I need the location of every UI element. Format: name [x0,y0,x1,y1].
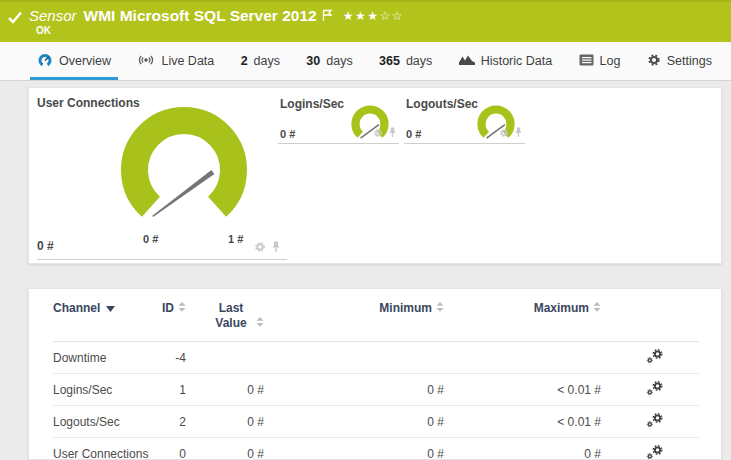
channel-maximum: < 0.01 # [444,374,601,406]
tab-365-days[interactable]: 365 days [372,42,439,80]
channel-last-value: 0 # [186,438,264,460]
gauge-pin-icon[interactable] [271,239,281,257]
channel-id: 0 [153,438,186,460]
column-header-id-label: ID [162,301,174,315]
channel-table-panel: Channel ID Last Value Minimum Maximum [28,288,722,460]
column-header-last-value[interactable]: Last Value [186,289,264,342]
channel-last-value: 0 # [186,374,264,406]
sort-desc-icon [106,301,115,315]
table-row: Downtime -4 [53,342,699,374]
table-header-row: Channel ID Last Value Minimum Maximum [53,289,699,342]
channel-settings-gears-icon[interactable] [646,353,664,367]
channel-id: 2 [153,406,186,438]
channel-maximum: < 0.01 # [444,406,601,438]
table-row: Logouts/Sec 2 0 # 0 # < 0.01 # [53,406,699,438]
tab-historic-data[interactable]: Historic Data [452,42,560,80]
tab-overview-label: Overview [59,54,111,68]
channel-settings-cell [601,406,699,438]
logouts-gauge-title: Logouts/Sec [406,97,478,111]
channel-maximum [444,342,601,374]
priority-stars[interactable]: ★★★☆☆ [343,9,404,23]
gear-icon [647,53,661,70]
logouts-gauge-block: Logouts/Sec 0 # [404,97,525,144]
column-header-channel-label: Channel [53,301,100,315]
tab-log[interactable]: Log [572,42,628,80]
gauges-panel: User Connections 0 # 1 # 0 # Logins/Sec [28,87,722,264]
broadcast-icon [137,53,155,70]
status-ok-check-icon [8,10,22,28]
sort-toggle-icon [593,301,601,315]
sensor-tab-bar: Overview Live Data 2 days 30 days 365 da… [0,42,731,81]
channel-minimum: 0 # [264,438,444,460]
primary-gauge-value: 0 # [37,239,54,253]
sensor-status-header: Sensor WMI Microsoft SQL Server 2012 ★★★… [0,0,731,42]
tab-2-days-unit: days [254,54,280,68]
tab-30-days-number: 30 [306,54,320,68]
channel-name[interactable]: Downtime [53,342,153,374]
gauge-icon [37,52,53,71]
sort-toggle-icon [178,301,186,315]
tab-365-days-unit: days [406,54,432,68]
tab-historic-data-label: Historic Data [481,54,553,68]
table-row: User Connections 0 0 # 0 # 0 # [53,438,699,460]
channel-minimum: 0 # [264,406,444,438]
channel-last-value: 0 # [186,406,264,438]
gauge-scale-min: 0 # [143,233,158,245]
sort-toggle-icon [436,301,444,315]
gauge-settings-gear-icon[interactable] [254,239,266,257]
tab-live-data[interactable]: Live Data [130,42,221,80]
primary-gauge-block: User Connections 0 # 1 # 0 # [37,93,287,260]
gauge-pin-icon[interactable] [388,124,397,142]
sensor-title-line: Sensor WMI Microsoft SQL Server 2012 ★★★… [8,5,404,28]
column-header-id[interactable]: ID [153,289,186,342]
column-header-last-value-label: Last Value [210,301,252,331]
logins-gauge-title: Logins/Sec [280,97,344,111]
page-title: WMI Microsoft SQL Server 2012 [84,5,317,27]
channel-minimum [264,342,444,374]
sort-toggle-icon [256,316,264,330]
gauge-settings-gear-icon[interactable] [499,124,509,142]
tab-30-days-unit: days [326,54,352,68]
user-connections-gauge [119,105,249,235]
channel-settings-gears-icon[interactable] [646,417,664,431]
channel-table: Channel ID Last Value Minimum Maximum [53,289,699,460]
tab-live-data-label: Live Data [161,54,214,68]
channel-settings-cell [601,342,699,374]
channel-settings-cell [601,374,699,406]
gauge-scale-max: 1 # [228,233,243,245]
tab-settings-label: Settings [667,54,712,68]
column-header-maximum-label: Maximum [534,301,589,315]
tab-365-days-number: 365 [379,54,400,68]
column-header-minimum-label: Minimum [379,301,432,315]
channel-name[interactable]: Logins/Sec [53,374,153,406]
channel-id: -4 [153,342,186,374]
overview-content: User Connections 0 # 1 # 0 # Logins/Sec [0,82,731,460]
tab-30-days[interactable]: 30 days [299,42,359,80]
logins-gauge-block: Logins/Sec 0 # [278,97,399,144]
gauge-pin-icon[interactable] [514,124,523,142]
gauge-settings-gear-icon[interactable] [373,124,383,142]
channel-id: 1 [153,374,186,406]
column-header-minimum[interactable]: Minimum [264,289,444,342]
column-header-actions [601,289,699,342]
channel-settings-cell [601,438,699,460]
channel-name[interactable]: Logouts/Sec [53,406,153,438]
tab-log-label: Log [600,54,621,68]
column-header-maximum[interactable]: Maximum [444,289,601,342]
tab-2-days[interactable]: 2 days [234,42,287,80]
channel-minimum: 0 # [264,374,444,406]
priority-flag-icon[interactable] [322,8,333,26]
channel-name[interactable]: User Connections [53,438,153,460]
sensor-status-badge: OK [36,25,51,36]
tab-settings[interactable]: Settings [640,42,719,80]
channel-settings-gears-icon[interactable] [646,449,664,460]
tab-2-days-number: 2 [241,54,248,68]
channel-maximum: 0 # [444,438,601,460]
object-kind-label: Sensor [29,5,77,27]
column-header-channel[interactable]: Channel [53,289,153,342]
channel-settings-gears-icon[interactable] [646,385,664,399]
channel-last-value [186,342,264,374]
table-row: Logins/Sec 1 0 # 0 # < 0.01 # [53,374,699,406]
tab-overview[interactable]: Overview [30,42,118,80]
logouts-gauge-value: 0 # [406,128,421,140]
